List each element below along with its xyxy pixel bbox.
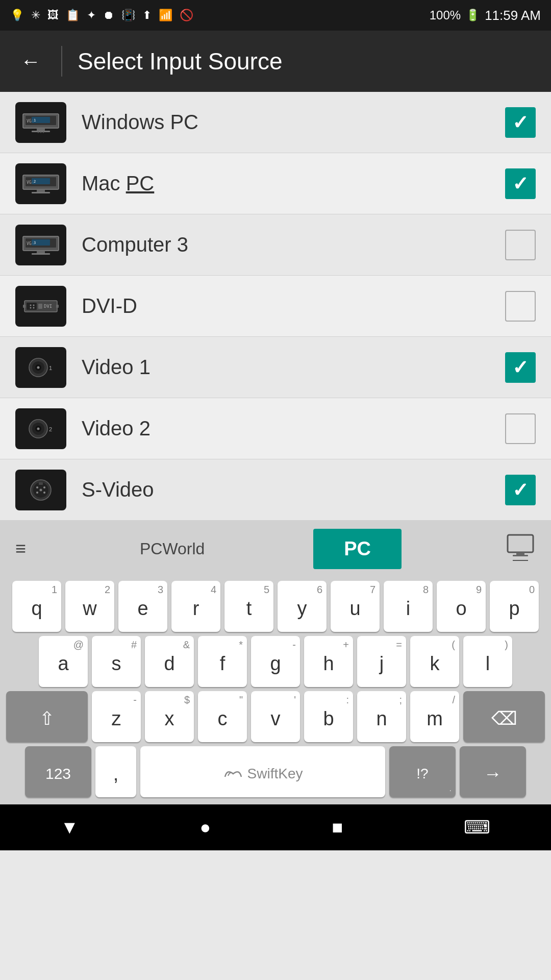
svg-point-9: [43, 131, 44, 133]
svg-point-27: [33, 304, 35, 306]
list-item[interactable]: DVI DVI-D: [0, 276, 551, 337]
svg-text:2: 2: [34, 180, 36, 184]
key-j[interactable]: =j: [357, 636, 406, 687]
key-e[interactable]: 3e: [118, 581, 167, 632]
keyboard-toolbar: ≡ PCWorld PC: [0, 521, 551, 577]
video1-label: Video 1: [82, 356, 490, 379]
record-icon: ⏺: [103, 9, 114, 22]
svg-rect-51: [39, 482, 43, 485]
clock: 11:59 AM: [485, 8, 541, 23]
svg-point-42: [37, 427, 40, 430]
svg-point-50: [40, 488, 42, 491]
nav-keyboard-icon[interactable]: ⌨: [464, 817, 490, 838]
svg-text:1: 1: [49, 365, 52, 371]
key-u[interactable]: 7u: [331, 581, 380, 632]
key-d[interactable]: &d: [145, 636, 194, 687]
menu-icon[interactable]: ≡: [10, 533, 31, 565]
computer3-label: Computer 3: [82, 233, 490, 256]
comma-key[interactable]: ,: [95, 746, 136, 797]
key-l[interactable]: )l: [463, 636, 512, 687]
nav-home-icon[interactable]: ●: [199, 817, 211, 838]
list-item[interactable]: VGA 3 Computer 3: [0, 214, 551, 276]
list-item[interactable]: S-Video: [0, 459, 551, 521]
keyboard-row-4: 123 , SwiftKey !? . →: [3, 746, 548, 797]
svg-rect-13: [32, 192, 50, 193]
keyboard-row-3: ⇧ -z $x "c 'v :b ;n /m ⌫: [3, 691, 548, 742]
video1-icon: 1: [15, 347, 66, 388]
svg-rect-55: [513, 555, 528, 556]
list-item[interactable]: VGA 1 Windows PC: [0, 92, 551, 153]
svideo-checkbox[interactable]: [505, 475, 536, 505]
back-button[interactable]: ←: [15, 45, 46, 78]
key-z[interactable]: -z: [92, 691, 141, 742]
numbers-key[interactable]: 123: [25, 746, 91, 797]
key-t[interactable]: 5t: [224, 581, 273, 632]
svg-point-29: [33, 307, 35, 308]
key-s[interactable]: #s: [92, 636, 141, 687]
key-x[interactable]: $x: [145, 691, 194, 742]
svg-rect-20: [32, 253, 50, 255]
space-key[interactable]: SwiftKey: [140, 746, 385, 797]
key-i[interactable]: 8i: [384, 581, 433, 632]
key-h[interactable]: +h: [304, 636, 353, 687]
windows-pc-icon: VGA 1: [15, 102, 66, 143]
pinwheel-icon: ✳: [31, 9, 40, 22]
video2-checkbox[interactable]: [505, 413, 536, 444]
shift-key[interactable]: ⇧: [6, 691, 88, 742]
svg-text:3: 3: [34, 241, 36, 245]
image-icon: 🖼: [47, 9, 59, 22]
svg-point-8: [40, 131, 42, 133]
key-c[interactable]: "c: [198, 691, 247, 742]
mac-pc-checkbox[interactable]: [505, 168, 536, 199]
key-m[interactable]: /m: [410, 691, 459, 742]
header-divider: [61, 46, 62, 77]
mac-pc-label: Mac PC: [82, 172, 490, 195]
battery-icon: 🔋: [466, 9, 480, 22]
status-icons: 💡 ✳ 🖼 📋 ✦ ⏺ 📳 ⬆ 📶 🚫: [10, 9, 193, 22]
key-p[interactable]: 0p: [490, 581, 539, 632]
nosim-icon: 🚫: [180, 9, 193, 22]
key-n[interactable]: ;n: [357, 691, 406, 742]
svg-rect-54: [516, 552, 524, 555]
status-bar: 💡 ✳ 🖼 📋 ✦ ⏺ 📳 ⬆ 📶 🚫 100% 🔋 11:59 AM: [0, 0, 551, 31]
windows-pc-label: Windows PC: [82, 111, 490, 134]
key-a[interactable]: @a: [39, 636, 88, 687]
dvid-label: DVI-D: [82, 295, 490, 317]
nav-recent-icon[interactable]: ■: [332, 817, 343, 838]
key-g[interactable]: -g: [251, 636, 300, 687]
enter-key[interactable]: →: [460, 746, 526, 797]
punctuation-key[interactable]: !? .: [389, 746, 456, 797]
computer3-checkbox[interactable]: [505, 230, 536, 260]
key-w[interactable]: 2w: [65, 581, 114, 632]
keyboard-row-2: @a #s &d *f -g +h =j (k )l: [3, 636, 548, 687]
backspace-key[interactable]: ⌫: [463, 691, 545, 742]
svg-point-26: [30, 304, 32, 306]
video1-checkbox[interactable]: [505, 352, 536, 383]
list-item[interactable]: 1 Video 1: [0, 337, 551, 398]
list-item[interactable]: VGA 2 Mac PC: [0, 153, 551, 214]
key-o[interactable]: 9o: [437, 581, 486, 632]
windows-pc-checkbox[interactable]: [505, 107, 536, 138]
list-item[interactable]: 2 Video 2: [0, 398, 551, 459]
navigation-bar: ▼ ● ■ ⌨: [0, 804, 551, 850]
pcworld-label: PCWorld: [130, 534, 215, 564]
key-b[interactable]: :b: [304, 691, 353, 742]
dvid-checkbox[interactable]: [505, 291, 536, 322]
key-q[interactable]: 1q: [12, 581, 61, 632]
svg-text:1: 1: [34, 118, 36, 122]
wifi-icon: 📶: [159, 9, 172, 22]
svg-point-37: [37, 366, 40, 369]
pc-button[interactable]: PC: [313, 529, 402, 569]
key-k[interactable]: (k: [410, 636, 459, 687]
key-y[interactable]: 6y: [278, 581, 327, 632]
key-f[interactable]: *f: [198, 636, 247, 687]
key-r[interactable]: 4r: [171, 581, 220, 632]
monitor-icon[interactable]: [500, 526, 541, 572]
pinwheel2-icon: ✦: [87, 9, 96, 22]
mac-pc-icon: VGA 2: [15, 163, 66, 204]
arrows-icon: ⬆: [142, 9, 152, 22]
keyboard: 1q 2w 3e 4r 5t 6y 7u 8i 9o 0p @a #s &d *…: [0, 577, 551, 804]
svg-rect-53: [510, 537, 531, 550]
nav-back-icon[interactable]: ▼: [61, 817, 79, 838]
key-v[interactable]: 'v: [251, 691, 300, 742]
